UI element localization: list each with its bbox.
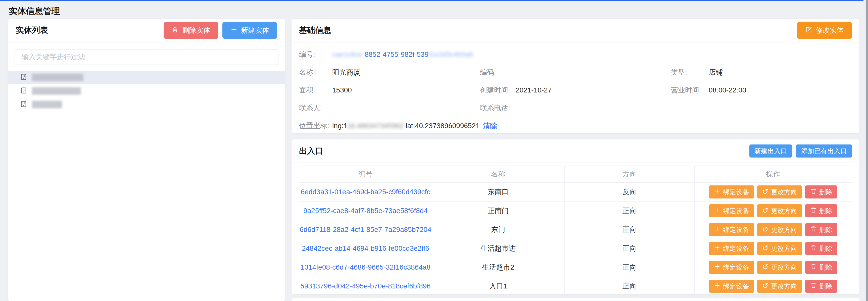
plus-icon (714, 263, 720, 272)
entrance-name: 正南门 (432, 202, 564, 220)
header-direction: 方向 (564, 166, 694, 183)
entrance-id-link[interactable]: 1314fe08-c6d7-4686-9665-32f16c3864a8 (301, 263, 431, 271)
bind-device-button[interactable]: 绑定设备 (709, 242, 754, 255)
next-card-edge (291, 298, 860, 301)
bind-device-button[interactable]: 绑定设备 (709, 261, 754, 274)
change-direction-button[interactable]: ↺ 更改方向 (757, 185, 802, 199)
entrance-name: 生活超市进 (432, 239, 564, 258)
entrance-direction: 正向 (564, 220, 694, 239)
entrance-id-link[interactable]: 24842cec-ab14-4694-b916-fe00cd3e2ff6 (302, 244, 429, 252)
change-direction-button[interactable]: ↺ 更改方向 (757, 242, 802, 255)
plus-icon (714, 282, 720, 291)
table-row: 6d6d7118-28a2-4cf1-85e7-7a29a85b7204 东门 … (299, 220, 852, 239)
add-existing-entrance-button[interactable]: 添加已有出入口 (796, 145, 852, 157)
bind-device-label: 绑定设备 (723, 188, 749, 197)
entrances-title: 出入口 (299, 146, 323, 156)
basic-info-header: 基础信息 修改实体 (291, 19, 860, 42)
change-direction-button[interactable]: ↺ 更改方向 (757, 280, 802, 293)
entrance-name: 东南口 (432, 183, 564, 202)
entity-list-item[interactable] (8, 70, 285, 84)
coords-label: 位置坐标: (299, 121, 332, 131)
rotate-icon: ↺ (762, 282, 769, 290)
bind-device-label: 绑定设备 (723, 263, 749, 272)
create-entrance-button[interactable]: 新建出入口 (749, 145, 792, 157)
entrance-id-link[interactable]: 59313796-d042-495e-b70e-818cef6bf896 (300, 282, 431, 290)
plus-icon (714, 188, 720, 196)
hours-label: 营业时间: (671, 85, 709, 95)
trash-icon (810, 263, 817, 272)
trash-icon (810, 225, 817, 234)
change-direction-label: 更改方向 (771, 244, 797, 253)
delete-entrance-button[interactable]: 删除 (805, 185, 837, 199)
entity-list-header: 实体列表 删除实体 新建实体 (8, 19, 285, 42)
change-direction-label: 更改方向 (771, 207, 797, 215)
entity-list-item[interactable] (8, 84, 285, 98)
area-label: 面积: (299, 85, 332, 95)
table-row: 9a25ff52-cae8-4af7-8b5e-73ae58f6f8d4 正南门… (299, 202, 852, 220)
entity-list-actions: 删除实体 新建实体 (164, 22, 277, 39)
entrance-id-link[interactable]: 6edd3a31-01ea-469d-ba25-c9f60d439cfc (301, 188, 430, 196)
building-icon (20, 100, 27, 109)
page-scrollbar[interactable] (864, 0, 868, 301)
entrance-name: 生活超市2 (432, 258, 564, 277)
table-row: 1314fe08-c6d7-4686-9665-32f16c3864a8 生活超… (299, 258, 852, 277)
page-title: 实体信息管理 (9, 5, 60, 17)
delete-entrance-button[interactable]: 删除 (805, 280, 837, 293)
change-direction-button[interactable]: ↺ 更改方向 (757, 204, 802, 217)
created-value: 2021-10-27 (516, 86, 552, 94)
clear-coords-link[interactable]: 清除 (483, 121, 497, 131)
create-entity-button[interactable]: 新建实体 (222, 22, 277, 39)
bind-device-button[interactable]: 绑定设备 (709, 185, 754, 199)
delete-entrance-label: 删除 (819, 225, 832, 234)
scrollbar-thumb[interactable] (866, 0, 868, 301)
delete-entity-button[interactable]: 删除实体 (164, 22, 218, 39)
entrance-id-link[interactable]: 9a25ff52-cae8-4af7-8b5e-73ae58f6f8d4 (303, 207, 428, 215)
entrance-direction: 反向 (564, 183, 694, 202)
table-row: 24842cec-ab14-4694-b916-fe00cd3e2ff6 生活超… (299, 239, 852, 258)
rotate-icon: ↺ (762, 225, 769, 233)
building-icon (20, 87, 27, 95)
bind-device-button[interactable]: 绑定设备 (709, 280, 754, 293)
basic-info-body: 编号: cae1c6ce-8852-4755-982f-539f1e2d3c4b… (291, 42, 860, 135)
entrance-direction: 正向 (564, 239, 694, 258)
trash-icon (810, 207, 817, 215)
bind-device-button[interactable]: 绑定设备 (709, 223, 754, 236)
delete-entrance-button[interactable]: 删除 (805, 242, 837, 255)
area-value: 15300 (332, 86, 352, 94)
entity-number-value[interactable]: cae1c6ce-8852-4755-982f-539f1e2d3c4b5a6 (332, 51, 473, 59)
entrance-name: 入口1 (432, 277, 564, 296)
name-label: 名称 (299, 68, 332, 77)
search-input[interactable] (14, 49, 278, 65)
delete-entrance-button[interactable]: 删除 (805, 223, 837, 236)
entrances-panel: 出入口 新建出入口 添加已有出入口 编号 名称 方向 操作 6edd3a31-0… (291, 140, 860, 294)
change-direction-label: 更改方向 (771, 282, 797, 291)
type-label: 类型: (671, 68, 709, 77)
hours-value: 08:00-22:00 (709, 86, 746, 94)
edit-icon (805, 26, 812, 35)
bind-device-button[interactable]: 绑定设备 (709, 204, 754, 217)
coords-value: lng:116.486347345962 lat:40.237389609965… (332, 122, 480, 130)
delete-entrance-button[interactable]: 删除 (805, 261, 837, 274)
row-operations: 绑定设备 ↺ 更改方向 删除 (695, 183, 851, 201)
bind-device-label: 绑定设备 (723, 244, 749, 253)
entity-list (8, 70, 285, 111)
table-row: 59313796-d042-495e-b70e-818cef6bf896 入口1… (299, 277, 852, 296)
row-operations: 绑定设备 ↺ 更改方向 删除 (695, 202, 851, 220)
rotate-icon: ↺ (762, 263, 769, 271)
bind-device-label: 绑定设备 (723, 282, 749, 291)
delete-entrance-button[interactable]: 删除 (805, 204, 837, 217)
entrance-id-link[interactable]: 6d6d7118-28a2-4cf1-85e7-7a29a85b7204 (300, 225, 431, 233)
entity-list-item[interactable] (8, 98, 285, 111)
header-id: 编号 (299, 166, 432, 183)
entity-name-redacted (32, 101, 62, 108)
row-operations: 绑定设备 ↺ 更改方向 删除 (695, 277, 851, 295)
basic-info-panel: 基础信息 修改实体 编号: cae1c6ce-8852-4755-982f-53… (291, 19, 860, 133)
bind-device-label: 绑定设备 (723, 225, 749, 234)
entity-list-title: 实体列表 (16, 25, 48, 36)
plus-icon (714, 207, 720, 215)
change-direction-button[interactable]: ↺ 更改方向 (757, 223, 802, 236)
entity-search (8, 42, 285, 69)
row-operations: 绑定设备 ↺ 更改方向 删除 (695, 220, 851, 239)
change-direction-button[interactable]: ↺ 更改方向 (757, 261, 802, 274)
edit-entity-button[interactable]: 修改实体 (797, 22, 852, 39)
